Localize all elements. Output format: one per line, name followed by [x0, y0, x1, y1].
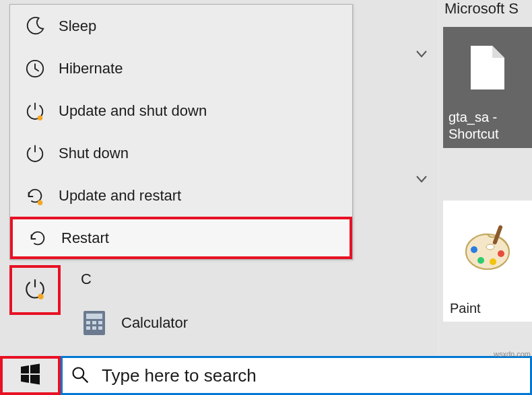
moon-icon [24, 15, 46, 38]
calculator-icon [81, 310, 108, 336]
svg-rect-8 [98, 321, 102, 324]
app-list-header-c: C [81, 271, 92, 288]
svg-line-20 [83, 378, 88, 383]
svg-rect-9 [86, 326, 90, 330]
paint-icon [443, 201, 532, 295]
power-update-shutdown-label: Update and shut down [59, 102, 207, 120]
svg-point-3 [38, 293, 44, 299]
svg-point-19 [73, 368, 84, 379]
power-update-restart[interactable]: Update and restart [10, 174, 352, 217]
power-icon [24, 142, 46, 165]
app-calculator[interactable]: Calculator [81, 310, 188, 336]
svg-rect-10 [92, 326, 96, 330]
tile-paint-label: Paint [443, 295, 532, 322]
chevron-down-icon[interactable] [415, 47, 428, 64]
tile-gta-shortcut[interactable]: gta_sa - Shortcut [443, 27, 532, 148]
clock-icon [24, 57, 46, 80]
file-icon [448, 46, 527, 89]
tile-paint[interactable]: Paint [443, 201, 532, 322]
watermark: wsxdn.com [494, 350, 531, 358]
power-hibernate[interactable]: Hibernate [10, 47, 352, 89]
power-update-restart-label: Update and restart [59, 187, 181, 205]
search-placeholder: Type here to search [102, 365, 257, 386]
power-menu-popup: Sleep Hibernate Update and shut down Shu… [9, 4, 353, 260]
power-update-icon [24, 277, 46, 303]
power-sleep[interactable]: Sleep [10, 5, 352, 47]
power-shutdown[interactable]: Shut down [10, 132, 352, 174]
taskbar-search-box[interactable]: Type here to search [61, 356, 532, 395]
power-restart[interactable]: Restart [10, 217, 352, 259]
svg-point-15 [490, 258, 496, 265]
chevron-down-icon[interactable] [415, 172, 428, 189]
svg-rect-7 [92, 321, 96, 324]
sidebar-power-button[interactable] [9, 265, 61, 315]
tile-gta-label: gta_sa - Shortcut [448, 109, 527, 143]
app-calculator-label: Calculator [121, 314, 188, 332]
power-restart-label: Restart [61, 229, 109, 247]
app-list-header: C [81, 271, 92, 288]
start-button[interactable] [0, 356, 61, 395]
power-update-shutdown-icon [24, 100, 46, 122]
restart-update-icon [24, 184, 46, 207]
svg-point-1 [38, 115, 43, 120]
svg-rect-6 [86, 321, 90, 324]
tile-group-label: Microsoft S [444, 0, 519, 17]
restart-icon [26, 227, 49, 250]
svg-point-13 [471, 246, 477, 253]
power-shutdown-label: Shut down [59, 145, 129, 162]
svg-rect-11 [98, 326, 102, 330]
svg-point-14 [477, 257, 484, 264]
taskbar: Type here to search [0, 356, 532, 395]
svg-point-16 [498, 250, 504, 257]
power-update-shutdown[interactable]: Update and shut down [10, 89, 352, 132]
power-sleep-label: Sleep [59, 17, 96, 35]
svg-point-17 [486, 244, 494, 250]
power-hibernate-label: Hibernate [59, 60, 123, 77]
search-icon [71, 365, 91, 386]
svg-point-2 [38, 200, 43, 205]
windows-logo-icon [20, 363, 41, 388]
svg-rect-5 [86, 314, 102, 319]
